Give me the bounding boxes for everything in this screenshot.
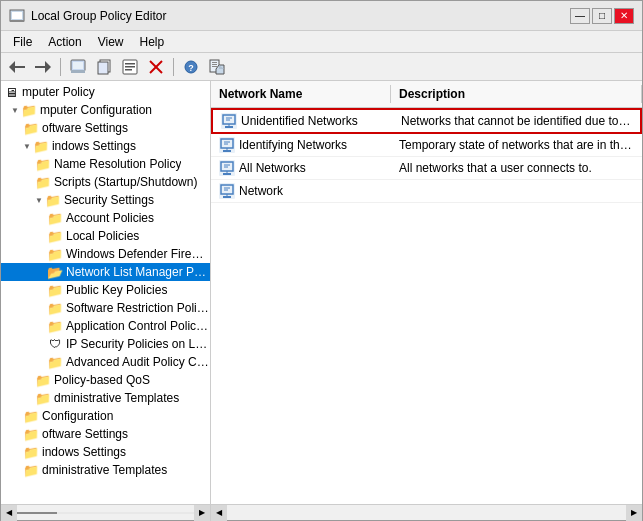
left-tree-panel[interactable]: 🖥 mputer Policy ▼ 📁 mputer Configuration… <box>1 81 211 504</box>
svg-text:?: ? <box>188 63 194 73</box>
tree-item-public-key[interactable]: 📁 Public Key Policies <box>1 281 210 299</box>
scroll-left-arrow[interactable]: ◀ <box>1 505 17 521</box>
delete-button[interactable] <box>144 56 168 78</box>
cell-desc-2: Temporary state of networks that are in … <box>391 137 642 153</box>
separator-2 <box>173 58 174 76</box>
tree-item-local-policies[interactable]: 📁 Local Policies <box>1 227 210 245</box>
menu-action[interactable]: Action <box>40 33 89 51</box>
close-button[interactable]: ✕ <box>614 8 634 24</box>
tree-item-software-restriction[interactable]: 📁 Software Restriction Policies <box>1 299 210 317</box>
folder-icon: 📁 <box>47 318 63 334</box>
folder-icon: 📁 <box>47 228 63 244</box>
tree-label: mputer Policy <box>22 85 95 99</box>
up-button[interactable] <box>66 56 90 78</box>
minimize-button[interactable]: — <box>570 8 590 24</box>
menu-help[interactable]: Help <box>132 33 173 51</box>
scroll-track-left[interactable] <box>17 512 194 514</box>
network-name-label: Network <box>239 184 283 198</box>
scroll-thumb-left <box>17 512 57 514</box>
tree-label: Configuration <box>42 409 113 423</box>
svg-rect-9 <box>71 70 85 73</box>
tree-item-software-settings-2[interactable]: 📁 oftware Settings <box>1 425 210 443</box>
network-name-label: Identifying Networks <box>239 138 347 152</box>
folder-icon: 📁 <box>35 174 51 190</box>
scroll-left-arrow-2[interactable]: ◀ <box>211 505 227 521</box>
bottom-scrollbar: ◀ ▶ ◀ ▶ <box>1 504 642 520</box>
cell-network-name-4: Network <box>211 182 391 200</box>
col-header-description[interactable]: Description <box>391 85 642 103</box>
tree-label: Scripts (Startup/Shutdown) <box>54 175 197 189</box>
tree-item-advanced-audit[interactable]: 📁 Advanced Audit Policy Configu <box>1 353 210 371</box>
list-row-identifying[interactable]: Identifying Networks Temporary state of … <box>211 134 642 157</box>
svg-rect-35 <box>223 150 231 152</box>
col-header-network-name[interactable]: Network Name <box>211 85 391 103</box>
scroll-right-arrow-2[interactable]: ▶ <box>626 505 642 521</box>
tree-label: IP Security Policies on Local Com <box>66 337 210 351</box>
folder-icon: 📁 <box>47 300 63 316</box>
tree-label: Name Resolution Policy <box>54 157 181 171</box>
folder-icon: 📁 <box>33 138 49 154</box>
list-row-unidentified[interactable]: Unidentified Networks Networks that cann… <box>211 108 642 134</box>
tree-item-software-settings[interactable]: 📁 oftware Settings <box>1 119 210 137</box>
window-title: Local Group Policy Editor <box>31 9 166 23</box>
main-content: 🖥 mputer Policy ▼ 📁 mputer Configuration… <box>1 81 642 504</box>
tree-label: Public Key Policies <box>66 283 167 297</box>
list-row-all-networks[interactable]: All Networks All networks that a user co… <box>211 157 642 180</box>
window-controls: — □ ✕ <box>570 8 634 24</box>
tree-item-app-control[interactable]: 📁 Application Control Policies <box>1 317 210 335</box>
folder-icon: 📁 <box>35 390 51 406</box>
tree-item-windows-settings-2[interactable]: 📁 indows Settings <box>1 443 210 461</box>
tree-item-name-resolution[interactable]: 📁 Name Resolution Policy <box>1 155 210 173</box>
svg-rect-14 <box>125 66 135 68</box>
svg-rect-11 <box>98 62 108 74</box>
network-icon <box>219 183 235 199</box>
list-row-network[interactable]: Network <box>211 180 642 203</box>
back-button[interactable] <box>5 56 29 78</box>
export-button[interactable] <box>205 56 229 78</box>
cell-network-name-2: Identifying Networks <box>211 136 391 154</box>
tree-item-computer-policy[interactable]: 🖥 mputer Policy <box>1 83 210 101</box>
tree-label: Network List Manager Policies <box>66 265 210 279</box>
tree-label: Local Policies <box>66 229 139 243</box>
toolbar: ? <box>1 53 642 81</box>
cell-desc-1: Networks that cannot be identified due t… <box>393 113 640 129</box>
forward-button[interactable] <box>31 56 55 78</box>
folder-icon: 📁 <box>23 426 39 442</box>
tree-item-windows-settings[interactable]: ▼ 📁 indows Settings <box>1 137 210 155</box>
tree-item-configuration[interactable]: 📁 Configuration <box>1 407 210 425</box>
help-button[interactable]: ? <box>179 56 203 78</box>
tree-item-computer-config[interactable]: ▼ 📁 mputer Configuration <box>1 101 210 119</box>
tree-item-ip-security[interactable]: 🛡 IP Security Policies on Local Com <box>1 335 210 353</box>
svg-rect-15 <box>125 69 132 71</box>
cell-desc-3: All networks that a user connects to. <box>391 160 642 176</box>
tree-item-network-list-manager[interactable]: 📂 Network List Manager Policies <box>1 263 210 281</box>
scroll-right-arrow[interactable]: ▶ <box>194 505 210 521</box>
menu-view[interactable]: View <box>90 33 132 51</box>
properties-button[interactable] <box>118 56 142 78</box>
tree-label: dministrative Templates <box>54 391 179 405</box>
menu-file[interactable]: File <box>5 33 40 51</box>
tree-item-admin-templates[interactable]: 📁 dministrative Templates <box>1 389 210 407</box>
left-scrollbar: ◀ ▶ <box>1 505 211 521</box>
maximize-button[interactable]: □ <box>592 8 612 24</box>
svg-rect-21 <box>212 62 217 63</box>
tree-item-account-policies[interactable]: 📁 Account Policies <box>1 209 210 227</box>
tree-item-windows-defender[interactable]: 📁 Windows Defender Firewall with <box>1 245 210 263</box>
app-icon <box>9 8 25 24</box>
copy-button[interactable] <box>92 56 116 78</box>
folder-icon: 📁 <box>35 156 51 172</box>
tree-label: Policy-based QoS <box>54 373 150 387</box>
right-panel: Network Name Description <box>211 81 642 504</box>
tree-label: Security Settings <box>64 193 154 207</box>
network-icon <box>221 113 237 129</box>
tree-item-admin-templates-2[interactable]: 📁 dministrative Templates <box>1 461 210 479</box>
tree-item-security-settings[interactable]: ▼ 📁 Security Settings <box>1 191 210 209</box>
tree-item-scripts[interactable]: 📁 Scripts (Startup/Shutdown) <box>1 173 210 191</box>
svg-rect-23 <box>212 66 217 67</box>
network-icon <box>219 160 235 176</box>
tree-item-policy-qos[interactable]: 📁 Policy-based QoS <box>1 371 210 389</box>
folder-icon: 📁 <box>35 372 51 388</box>
svg-rect-1 <box>12 12 22 19</box>
folder-icon: 🖥 <box>3 84 19 100</box>
folder-icon: 📁 <box>47 354 63 370</box>
